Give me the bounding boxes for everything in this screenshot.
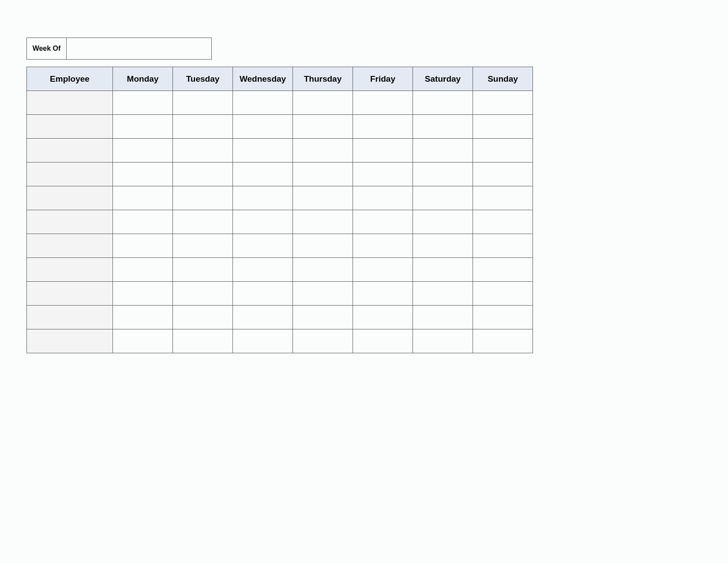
cell-saturday[interactable] [413, 210, 473, 234]
cell-wednesday[interactable] [233, 258, 293, 282]
cell-employee[interactable] [27, 329, 113, 353]
cell-tuesday[interactable] [173, 329, 233, 353]
week-of-box: Week Of [26, 38, 212, 60]
cell-sunday[interactable] [473, 115, 533, 139]
cell-friday[interactable] [353, 210, 413, 234]
cell-thursday[interactable] [293, 306, 353, 329]
cell-thursday[interactable] [293, 186, 353, 210]
table-row [27, 329, 533, 353]
cell-monday[interactable] [113, 306, 173, 329]
cell-employee[interactable] [27, 115, 113, 139]
cell-thursday[interactable] [293, 91, 353, 115]
cell-friday[interactable] [353, 258, 413, 282]
cell-wednesday[interactable] [233, 329, 293, 353]
cell-employee[interactable] [27, 162, 113, 186]
cell-wednesday[interactable] [233, 91, 293, 115]
cell-employee[interactable] [27, 258, 113, 282]
cell-thursday[interactable] [293, 115, 353, 139]
cell-sunday[interactable] [473, 186, 533, 210]
cell-thursday[interactable] [293, 210, 353, 234]
cell-wednesday[interactable] [233, 306, 293, 329]
cell-employee[interactable] [27, 306, 113, 329]
col-header-employee: Employee [27, 67, 113, 91]
cell-saturday[interactable] [413, 115, 473, 139]
cell-sunday[interactable] [473, 139, 533, 162]
cell-thursday[interactable] [293, 162, 353, 186]
cell-sunday[interactable] [473, 329, 533, 353]
cell-saturday[interactable] [413, 306, 473, 329]
cell-employee[interactable] [27, 186, 113, 210]
cell-tuesday[interactable] [173, 282, 233, 306]
cell-employee[interactable] [27, 282, 113, 306]
cell-sunday[interactable] [473, 91, 533, 115]
cell-sunday[interactable] [473, 258, 533, 282]
cell-friday[interactable] [353, 115, 413, 139]
cell-thursday[interactable] [293, 329, 353, 353]
cell-monday[interactable] [113, 258, 173, 282]
cell-monday[interactable] [113, 91, 173, 115]
cell-employee[interactable] [27, 91, 113, 115]
cell-friday[interactable] [353, 282, 413, 306]
cell-friday[interactable] [353, 234, 413, 258]
table-row [27, 234, 533, 258]
cell-tuesday[interactable] [173, 234, 233, 258]
schedule-table: Employee Monday Tuesday Wednesday Thursd… [26, 67, 533, 353]
cell-friday[interactable] [353, 306, 413, 329]
cell-tuesday[interactable] [173, 306, 233, 329]
cell-saturday[interactable] [413, 162, 473, 186]
cell-employee[interactable] [27, 234, 113, 258]
cell-thursday[interactable] [293, 258, 353, 282]
week-of-label: Week Of [27, 38, 67, 59]
cell-monday[interactable] [113, 139, 173, 162]
cell-saturday[interactable] [413, 234, 473, 258]
cell-monday[interactable] [113, 329, 173, 353]
cell-tuesday[interactable] [173, 115, 233, 139]
table-row [27, 258, 533, 282]
cell-sunday[interactable] [473, 282, 533, 306]
week-of-input[interactable] [67, 38, 211, 59]
cell-tuesday[interactable] [173, 210, 233, 234]
cell-monday[interactable] [113, 115, 173, 139]
cell-wednesday[interactable] [233, 186, 293, 210]
cell-tuesday[interactable] [173, 186, 233, 210]
table-row [27, 186, 533, 210]
cell-monday[interactable] [113, 186, 173, 210]
cell-sunday[interactable] [473, 162, 533, 186]
cell-wednesday[interactable] [233, 282, 293, 306]
cell-wednesday[interactable] [233, 162, 293, 186]
cell-thursday[interactable] [293, 139, 353, 162]
cell-saturday[interactable] [413, 91, 473, 115]
cell-saturday[interactable] [413, 186, 473, 210]
table-row [27, 139, 533, 162]
cell-friday[interactable] [353, 186, 413, 210]
table-row [27, 115, 533, 139]
cell-thursday[interactable] [293, 282, 353, 306]
cell-sunday[interactable] [473, 306, 533, 329]
cell-saturday[interactable] [413, 282, 473, 306]
cell-tuesday[interactable] [173, 139, 233, 162]
cell-saturday[interactable] [413, 258, 473, 282]
cell-friday[interactable] [353, 91, 413, 115]
cell-monday[interactable] [113, 282, 173, 306]
cell-employee[interactable] [27, 139, 113, 162]
cell-wednesday[interactable] [233, 210, 293, 234]
cell-saturday[interactable] [413, 139, 473, 162]
cell-tuesday[interactable] [173, 91, 233, 115]
cell-sunday[interactable] [473, 210, 533, 234]
cell-friday[interactable] [353, 139, 413, 162]
cell-thursday[interactable] [293, 234, 353, 258]
cell-employee[interactable] [27, 210, 113, 234]
cell-sunday[interactable] [473, 234, 533, 258]
cell-tuesday[interactable] [173, 162, 233, 186]
cell-friday[interactable] [353, 329, 413, 353]
cell-saturday[interactable] [413, 329, 473, 353]
cell-tuesday[interactable] [173, 258, 233, 282]
cell-wednesday[interactable] [233, 115, 293, 139]
cell-wednesday[interactable] [233, 139, 293, 162]
cell-monday[interactable] [113, 162, 173, 186]
cell-wednesday[interactable] [233, 234, 293, 258]
cell-monday[interactable] [113, 234, 173, 258]
cell-monday[interactable] [113, 210, 173, 234]
table-row [27, 210, 533, 234]
cell-friday[interactable] [353, 162, 413, 186]
